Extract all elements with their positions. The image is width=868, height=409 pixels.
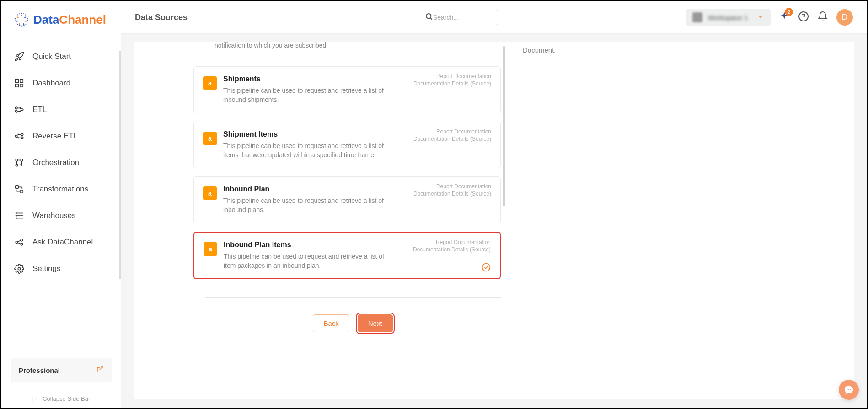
search-box[interactable] [421,10,498,25]
etl-icon [14,105,24,115]
main-area: Data Sources Workspace 1 2 [121,1,867,408]
sidebar-item-quick-start[interactable]: Quick Start [1,43,121,70]
gear-icon [14,264,24,274]
sidebar-item-label: Orchestration [32,158,79,167]
svg-rect-10 [16,84,18,87]
sidebar-nav: Quick Start Dashboard ETL Reverse ETL [1,38,121,351]
pipeline-card-shipments[interactable]: a Shipments This pipeline can be used to… [193,66,501,113]
sidebar: DataChannel Quick Start Dashboard [1,1,121,408]
pipeline-card-inbound-plan-items[interactable]: a Inbound Plan Items This pipeline can b… [193,232,501,280]
pipeline-title: Inbound Plan Items [224,241,388,249]
svg-point-14 [21,109,23,111]
workspace-name: Workspace 1 [708,14,751,21]
sidebar-item-label: Settings [32,264,60,273]
topbar: Data Sources Workspace 1 2 [121,1,867,33]
sidebar-scrollbar[interactable] [119,51,121,279]
search-input[interactable] [433,14,513,21]
chat-fab-button[interactable] [839,380,859,400]
logo-icon [14,12,29,27]
sidebar-item-dashboard[interactable]: Dashboard [1,70,121,96]
pipeline-link-details[interactable]: Documentation Details (Source) [413,80,491,87]
svg-point-34 [426,14,431,19]
info-text: Document. [523,46,556,54]
sidebar-item-label: ETL [32,105,47,114]
pipeline-link-report-doc[interactable]: Report Documentation [413,128,491,135]
info-column: Document. [518,42,854,399]
pipeline-scrollbar[interactable] [503,46,505,206]
pipeline-link-details[interactable]: Documentation Details (Source) [413,136,491,142]
back-button[interactable]: Back [313,314,349,332]
svg-point-1 [21,15,22,16]
sidebar-item-ask-datachannel[interactable]: Ask DataChannel [1,229,121,255]
help-icon [798,11,809,22]
collapse-sidebar-button[interactable]: |← Collapse Side Bar [1,389,121,408]
svg-point-5 [19,23,20,25]
chat-icon [844,385,854,395]
check-circle-icon [482,263,491,272]
sidebar-item-label: Ask DataChannel [32,238,93,247]
orchestration-icon [14,158,24,168]
svg-rect-8 [16,80,18,82]
svg-point-32 [18,267,21,270]
help-button[interactable] [798,11,809,24]
sidebar-item-orchestration[interactable]: Orchestration [1,149,121,176]
collapse-icon: |← [32,395,40,402]
svg-point-13 [15,110,17,112]
pipeline-title: Shipment Items [223,130,388,138]
pipeline-link-report-doc[interactable]: Report Documentation [413,183,491,190]
svg-point-6 [16,21,18,22]
workspace-logo-icon [692,12,702,22]
svg-point-18 [16,159,18,161]
content-area: notification to which you are subscribed… [121,33,867,408]
ai-sparkle-button[interactable]: 2 [779,11,790,24]
svg-rect-21 [16,186,18,188]
grid-icon [14,78,24,88]
search-icon [425,12,433,22]
sidebar-item-label: Transformations [32,185,88,194]
svg-point-12 [15,107,17,109]
sidebar-item-label: Reverse ETL [32,132,78,141]
svg-point-17 [15,135,17,138]
svg-line-33 [100,367,103,370]
page-title: Data Sources [135,13,188,22]
pipeline-link-details[interactable]: Documentation Details (Source) [413,191,491,197]
pipeline-link-report-doc[interactable]: Report Documentation [413,239,491,245]
svg-point-2 [24,17,26,18]
svg-point-39 [847,389,847,390]
button-row: Back Next [205,297,501,332]
logo[interactable]: DataChannel [1,1,121,38]
svg-rect-22 [20,190,23,193]
amazon-icon: a [203,186,217,200]
notifications-button[interactable] [817,11,828,24]
plan-text: Professional [19,367,60,374]
svg-point-19 [21,159,23,161]
pipeline-card-shipment-items[interactable]: a Shipment Items This pipeline can be us… [193,122,501,169]
svg-rect-11 [20,84,23,87]
pipeline-card-inbound-plan[interactable]: a Inbound Plan This pipeline can be used… [193,176,501,223]
sidebar-item-settings[interactable]: Settings [1,255,121,282]
svg-point-15 [21,133,23,136]
amazon-icon: a [204,242,217,256]
amazon-icon: a [203,132,217,145]
pipeline-link-report-doc[interactable]: Report Documentation [413,73,491,80]
pipeline-description: This pipeline can be used to request and… [223,196,388,215]
next-button[interactable]: Next [358,314,393,332]
sidebar-item-label: Quick Start [32,52,71,61]
bell-icon [817,11,828,22]
pipeline-title: Inbound Plan [223,185,388,193]
pipeline-link-details[interactable]: Documentation Details (Source) [413,246,491,253]
workspace-selector[interactable]: Workspace 1 [686,9,771,26]
pipeline-description: This pipeline can be used to request and… [224,252,388,271]
sidebar-item-warehouses[interactable]: Warehouses [1,202,121,229]
avatar[interactable]: D [836,9,853,26]
amazon-icon: a [203,76,217,90]
svg-point-38 [482,264,490,271]
external-link-icon [96,366,104,375]
sidebar-item-reverse-etl[interactable]: Reverse ETL [1,123,121,149]
content-card: notification to which you are subscribed… [134,42,854,399]
svg-point-4 [23,23,24,25]
warehouse-icon [14,211,24,221]
sidebar-item-transformations[interactable]: Transformations [1,176,121,202]
sidebar-item-etl[interactable]: ETL [1,96,121,123]
plan-badge[interactable]: Professional [11,358,112,382]
